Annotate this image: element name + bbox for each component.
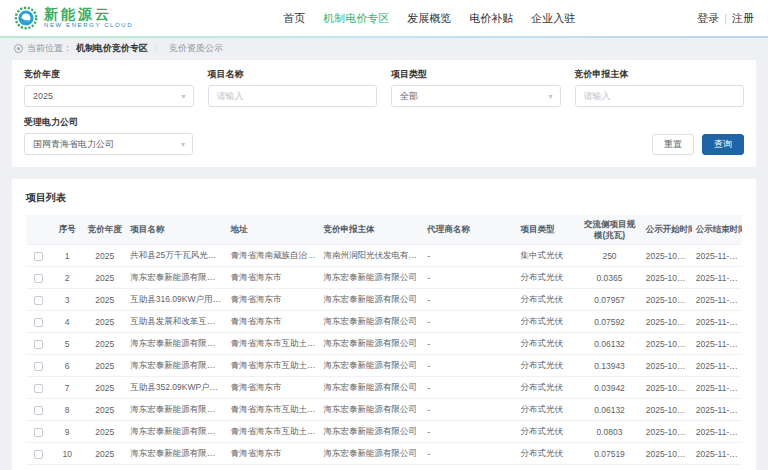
row-checkbox-cell bbox=[26, 267, 51, 289]
nav-item-0[interactable]: 首页 bbox=[283, 11, 305, 26]
cell-agent: - bbox=[423, 245, 516, 267]
row-checkbox[interactable] bbox=[34, 252, 43, 261]
logo: 新能源云 NEW ENERGY CLOUD bbox=[14, 6, 133, 30]
cell-scale: 0.0803 bbox=[577, 421, 641, 443]
bidding-subject-input[interactable]: 请输入 bbox=[575, 85, 745, 107]
table-header-row: 序号竞价年度项目名称地址竞价申报主体代理商名称项目类型交流侧项目规模(兆瓦)公示… bbox=[26, 215, 742, 245]
power-company-select[interactable]: 国网青海省电力公司 ▾ bbox=[24, 133, 193, 155]
cell-name: 海东宏泰新能源有限公司项目1 bbox=[126, 443, 226, 465]
cell-no: 1 bbox=[51, 245, 83, 267]
breadcrumb-current: 竞价资质公示 bbox=[169, 42, 223, 55]
cell-name: 海东宏泰新能源有限公司项目1 bbox=[126, 399, 226, 421]
cell-scale: 250 bbox=[577, 245, 641, 267]
cell-end: 2025-11-04 bbox=[692, 267, 742, 289]
cell-year: 2025 bbox=[83, 355, 126, 377]
field-bidding-year: 竞价年度 2025 ▾ bbox=[24, 68, 194, 107]
breadcrumb-section[interactable]: 机制电价竞价专区 bbox=[76, 42, 148, 55]
column-header: 地址 bbox=[226, 215, 319, 245]
cell-subject: 海东宏泰新能源有限公司 bbox=[320, 355, 424, 377]
field-project-type: 项目类型 全部 ▾ bbox=[391, 68, 561, 107]
nav-item-4[interactable]: 企业入驻 bbox=[531, 11, 575, 26]
row-checkbox[interactable] bbox=[34, 362, 43, 371]
login-link[interactable]: 登录 bbox=[697, 11, 719, 26]
row-checkbox-cell bbox=[26, 333, 51, 355]
cell-subject: 海东宏泰新能源有限公司 bbox=[320, 421, 424, 443]
table-row: 32025互助县316.09KW户用分布式...青海省海东市海东宏泰新能源有限公… bbox=[26, 289, 742, 311]
nav-item-3[interactable]: 电价补贴 bbox=[469, 11, 513, 26]
cell-end: 2025-11-04 bbox=[692, 377, 742, 399]
cell-address: 青海省海东市互助土族自治县 bbox=[226, 421, 319, 443]
cell-subject: 海南州润阳光伏发电有限公司 bbox=[320, 245, 424, 267]
row-checkbox-cell bbox=[26, 399, 51, 421]
cell-year: 2025 bbox=[83, 311, 126, 333]
cell-no: 4 bbox=[51, 311, 83, 333]
row-checkbox[interactable] bbox=[34, 450, 43, 459]
cell-type: 分布式光伏 bbox=[516, 421, 577, 443]
cell-type: 分布式光伏 bbox=[516, 267, 577, 289]
project-name-placeholder: 请输入 bbox=[217, 90, 244, 103]
reset-button[interactable]: 重置 bbox=[652, 134, 694, 155]
table-row: 72025互助县352.09KWP户用分布式...青海省海东市海东宏泰新能源有限… bbox=[26, 377, 742, 399]
cell-no: 2 bbox=[51, 267, 83, 289]
cell-subject: 海东宏泰新能源有限公司 bbox=[320, 399, 424, 421]
cell-agent: - bbox=[423, 355, 516, 377]
cell-address: 青海省海东市互助土族自治县 bbox=[226, 333, 319, 355]
project-table: 序号竞价年度项目名称地址竞价申报主体代理商名称项目类型交流侧项目规模(兆瓦)公示… bbox=[26, 215, 742, 465]
project-type-select[interactable]: 全部 ▾ bbox=[391, 85, 561, 107]
register-link[interactable]: 注册 bbox=[732, 11, 754, 26]
cell-start: 2025-10-29 bbox=[642, 267, 692, 289]
cell-no: 9 bbox=[51, 421, 83, 443]
location-icon bbox=[14, 44, 23, 53]
cell-agent: - bbox=[423, 443, 516, 465]
cell-start: 2025-10-29 bbox=[642, 443, 692, 465]
column-header: 公示结束时间 bbox=[692, 215, 742, 245]
bidding-year-label: 竞价年度 bbox=[24, 68, 194, 81]
cell-name: 互助县316.09KW户用分布式... bbox=[126, 289, 226, 311]
field-power-company: 受理电力公司 国网青海省电力公司 ▾ bbox=[24, 116, 193, 155]
cell-year: 2025 bbox=[83, 267, 126, 289]
row-checkbox[interactable] bbox=[34, 406, 43, 415]
cell-end: 2025-11-04 bbox=[692, 311, 742, 333]
project-name-label: 项目名称 bbox=[208, 68, 378, 81]
cell-year: 2025 bbox=[83, 289, 126, 311]
nav-item-1[interactable]: 机制电价专区 bbox=[323, 11, 389, 26]
nav-item-2[interactable]: 发展概览 bbox=[407, 11, 451, 26]
table-row: 12025共和县25万千瓦风光基地项目...青海省海南藏族自治州共和县海南州润阳… bbox=[26, 245, 742, 267]
cell-agent: - bbox=[423, 311, 516, 333]
row-checkbox-cell bbox=[26, 443, 51, 465]
cell-year: 2025 bbox=[83, 377, 126, 399]
row-checkbox[interactable] bbox=[34, 340, 43, 349]
query-button[interactable]: 查询 bbox=[702, 134, 744, 155]
cell-name: 共和县25万千瓦风光基地项目... bbox=[126, 245, 226, 267]
cell-end: 2025-11-04 bbox=[692, 399, 742, 421]
row-checkbox[interactable] bbox=[34, 428, 43, 437]
section-title: 项目列表 bbox=[26, 191, 742, 205]
cell-start: 2025-10-29 bbox=[642, 245, 692, 267]
row-checkbox[interactable] bbox=[34, 318, 43, 327]
cell-agent: - bbox=[423, 421, 516, 443]
logo-title: 新能源云 bbox=[44, 7, 133, 21]
table-row: 52025海东宏泰新能源有限公司项目1青海省海东市互助土族自治县海东宏泰新能源有… bbox=[26, 333, 742, 355]
cell-scale: 0.06132 bbox=[577, 399, 641, 421]
cell-end: 2025-11-04 bbox=[692, 333, 742, 355]
cell-subject: 海东宏泰新能源有限公司 bbox=[320, 311, 424, 333]
project-list-panel: 项目列表 序号竞价年度项目名称地址竞价申报主体代理商名称项目类型交流侧项目规模(… bbox=[12, 179, 756, 470]
cell-no: 8 bbox=[51, 399, 83, 421]
cell-end: 2025-11-04 bbox=[692, 443, 742, 465]
row-checkbox[interactable] bbox=[34, 274, 43, 283]
column-header: 公示开始时间 bbox=[642, 215, 692, 245]
cell-scale: 0.13943 bbox=[577, 355, 641, 377]
row-checkbox[interactable] bbox=[34, 296, 43, 305]
row-checkbox[interactable] bbox=[34, 384, 43, 393]
project-type-value: 全部 bbox=[400, 90, 418, 103]
project-name-input[interactable]: 请输入 bbox=[208, 85, 378, 107]
row-checkbox-cell bbox=[26, 289, 51, 311]
bidding-subject-placeholder: 请输入 bbox=[584, 90, 611, 103]
bidding-year-select[interactable]: 2025 ▾ bbox=[24, 85, 194, 107]
cell-year: 2025 bbox=[83, 245, 126, 267]
cell-subject: 海东宏泰新能源有限公司 bbox=[320, 443, 424, 465]
table-row: 92025海东宏泰新能源有限公司项目1青海省海东市互助土族自治县海东宏泰新能源有… bbox=[26, 421, 742, 443]
cell-address: 青海省海东市 bbox=[226, 289, 319, 311]
column-header: 代理商名称 bbox=[423, 215, 516, 245]
table-row: 22025海东宏泰新能源有限公司屋顶...青海省海东市海东宏泰新能源有限公司-分… bbox=[26, 267, 742, 289]
